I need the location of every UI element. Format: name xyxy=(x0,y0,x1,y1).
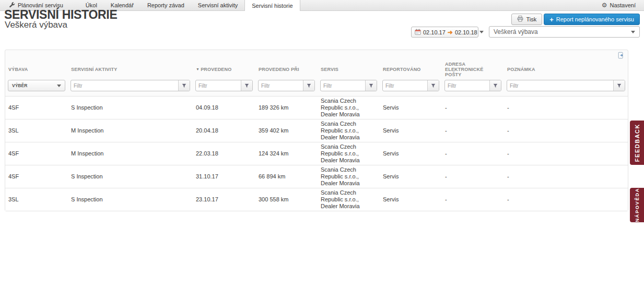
cell-reportovano: Servis xyxy=(380,142,442,165)
tab-servisni-aktivity[interactable]: Servisní aktivity xyxy=(191,0,244,10)
cell-reportovano: Servis xyxy=(380,165,442,188)
cell-vybava: 3SL xyxy=(5,188,68,211)
help-tab-label: NÁPOVĚDA xyxy=(634,188,640,222)
export-icon[interactable] xyxy=(617,52,625,59)
cell-poznamka: - xyxy=(504,165,628,188)
cell-reportovano: Servis xyxy=(380,97,442,119)
gear-icon: ⚙ xyxy=(602,2,607,8)
cell-provedeno: 04.09.18 xyxy=(193,97,255,119)
table-row[interactable]: 4SFM Inspection22.03.18124 324 kmScania … xyxy=(5,142,628,165)
filter-input-provedeno-pri[interactable] xyxy=(259,80,303,91)
cell-servis: Scania Czech Republic s.r.o., Dealer Mor… xyxy=(318,188,380,211)
column-label: Adresa elektronické pošty xyxy=(445,62,483,77)
report-button-label: Report neplánovaného servisu xyxy=(556,16,634,22)
cell-servis: Scania Czech Republic s.r.o., Dealer Mor… xyxy=(318,97,380,119)
column-label: Výbava xyxy=(8,67,28,72)
chevron-down-icon xyxy=(479,31,484,33)
column-servisni-aktivity[interactable]: Servisní aktivity xyxy=(68,61,193,79)
settings-label: Nastavení xyxy=(610,2,636,8)
tab-label: Servisní aktivity xyxy=(198,2,238,8)
help-tab[interactable]: NÁPOVĚDA xyxy=(630,188,644,222)
tab-label: Reporty závad xyxy=(147,2,184,8)
cell-adresa: - xyxy=(442,119,504,142)
tab-servisni-historie[interactable]: Servisní historie xyxy=(244,0,300,11)
cell-provedeno_pri: 189 326 km xyxy=(255,97,318,119)
equipment-filter-select[interactable]: Veškerá výbava xyxy=(489,26,640,38)
table-row[interactable]: 4SFS Inspection31.10.1766 894 kmScania C… xyxy=(5,165,628,188)
cell-provedeno: 31.10.17 xyxy=(193,165,255,188)
cell-adresa: - xyxy=(442,188,504,211)
cell-aktivita: S Inspection xyxy=(68,188,193,211)
settings-menu[interactable]: ⚙ Nastavení xyxy=(602,0,644,10)
feedback-tab[interactable]: FEEDBACK xyxy=(630,121,644,165)
cell-poznamka: - xyxy=(504,97,628,119)
column-provedeno-pri[interactable]: Provedeno při xyxy=(255,61,318,79)
chevron-down-icon xyxy=(57,85,61,87)
table-row[interactable]: 3SLS Inspection23.10.17300 558 kmScania … xyxy=(5,188,628,211)
table-row[interactable]: 4SFS Inspection04.09.18189 326 kmScania … xyxy=(5,97,628,119)
cell-servis: Scania Czech Republic s.r.o., Dealer Mor… xyxy=(318,165,380,188)
cell-provedeno: 22.03.18 xyxy=(193,142,255,165)
cell-servis: Scania Czech Republic s.r.o., Dealer Mor… xyxy=(318,142,380,165)
print-button-label: Tisk xyxy=(526,16,536,22)
print-button[interactable]: Tisk xyxy=(511,14,542,25)
filter-funnel-button[interactable] xyxy=(489,80,501,91)
filter-funnel-button[interactable] xyxy=(241,80,252,91)
feedback-tab-label: FEEDBACK xyxy=(634,124,640,162)
page: Plánování servisu Úkol Kalendář Reporty … xyxy=(0,0,644,288)
column-provedeno[interactable]: ▼Provedeno xyxy=(193,61,255,79)
cell-aktivita: S Inspection xyxy=(68,165,193,188)
tab-reporty-zavad[interactable]: Reporty závad xyxy=(140,0,191,10)
filter-input-poznamka[interactable] xyxy=(507,80,613,91)
cell-aktivita: M Inspection xyxy=(68,142,193,165)
filter-input-adresa[interactable] xyxy=(445,80,489,91)
column-servis[interactable]: Servis xyxy=(318,61,380,79)
cell-vybava: 4SF xyxy=(5,165,68,188)
tab-label: Servisní historie xyxy=(252,3,292,9)
sort-desc-icon: ▼ xyxy=(196,67,200,71)
service-history-panel: Výbava Servisní aktivity ▼Provedeno Prov… xyxy=(5,50,628,211)
header-actions: Tisk + Report neplánovaného servisu xyxy=(511,14,640,25)
filter-funnel-button[interactable] xyxy=(303,80,314,91)
vybava-select-filter[interactable]: Výběr xyxy=(8,80,65,91)
cell-vybava: 4SF xyxy=(5,97,68,119)
filter-input-provedeno[interactable] xyxy=(196,80,241,91)
cell-poznamka: - xyxy=(504,119,628,142)
column-adresa[interactable]: Adresa elektronické pošty xyxy=(442,61,504,79)
filter-row: Výběr xyxy=(5,79,628,97)
calendar-icon xyxy=(415,29,421,36)
cell-provedeno_pri: 359 402 km xyxy=(255,119,318,142)
select-filter-label: Výběr xyxy=(12,83,27,88)
column-vybava[interactable]: Výbava xyxy=(5,61,68,79)
page-subtitle: Veškerá výbava xyxy=(5,20,67,30)
filter-input-reportovano[interactable] xyxy=(383,80,427,91)
cell-provedeno_pri: 124 324 km xyxy=(255,142,318,165)
panel-toolbar xyxy=(5,50,628,61)
filter-input-servisni-aktivity[interactable] xyxy=(71,80,178,91)
column-poznamka[interactable]: Poznámka xyxy=(504,61,628,79)
arrow-right-icon: ➜ xyxy=(448,29,453,35)
column-reportovano[interactable]: Reportováno xyxy=(380,61,442,79)
column-label: Servis xyxy=(321,67,338,72)
date-from: 02.10.17 xyxy=(423,29,446,35)
cell-servis: Scania Czech Republic s.r.o., Dealer Mor… xyxy=(318,119,380,142)
filter-funnel-button[interactable] xyxy=(178,80,190,91)
service-history-table: Výbava Servisní aktivity ▼Provedeno Prov… xyxy=(5,61,628,211)
date-to: 02.10.18 xyxy=(455,29,477,35)
filter-funnel-button[interactable] xyxy=(427,80,439,91)
cell-adresa: - xyxy=(442,165,504,188)
column-label: Servisní aktivity xyxy=(71,67,117,72)
cell-vybava: 4SF xyxy=(5,142,68,165)
unplanned-service-report-button[interactable]: + Report neplánovaného servisu xyxy=(544,14,640,25)
column-label: Provedeno xyxy=(201,67,231,72)
cell-poznamka: - xyxy=(504,142,628,165)
cell-poznamka: - xyxy=(504,188,628,211)
filter-funnel-button[interactable] xyxy=(613,80,625,91)
cell-aktivita: M Inspection xyxy=(68,119,193,142)
filter-funnel-button[interactable] xyxy=(365,80,377,91)
date-range-picker[interactable]: 02.10.17 ➜ 02.10.18 xyxy=(411,27,478,38)
filter-input-servis[interactable] xyxy=(321,80,365,91)
chevron-down-icon xyxy=(631,31,635,33)
table-row[interactable]: 3SLM Inspection20.04.18359 402 kmScania … xyxy=(5,119,628,142)
equipment-filter-value: Veškerá výbava xyxy=(494,28,538,35)
